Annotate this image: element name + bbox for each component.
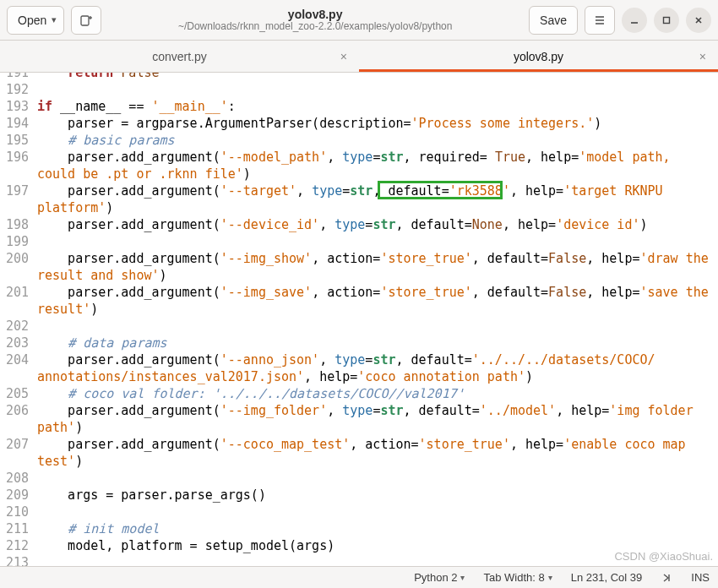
open-button[interactable]: Open ▾ — [7, 6, 64, 35]
line-number: 211 — [0, 520, 37, 537]
status-language-label: Python 2 — [414, 571, 457, 584]
line-number — [0, 166, 37, 182]
code-line[interactable]: parser.add_argument('--target', type=str… — [37, 182, 671, 199]
line-number — [0, 267, 37, 284]
line-number: 201 — [0, 284, 37, 301]
tab-convert[interactable]: convert.py × — [0, 41, 359, 72]
tab-label: yolov8.py — [514, 50, 563, 63]
code-line[interactable]: platform') — [37, 199, 113, 216]
code-line[interactable]: parser.add_argument('--coco_map_test', a… — [37, 436, 694, 453]
tab-bar: convert.py × yolov8.py × — [0, 41, 718, 73]
line-number: 196 — [0, 149, 37, 166]
line-number: 206 — [0, 402, 37, 419]
svg-rect-0 — [81, 16, 89, 25]
status-tabwidth[interactable]: Tab Width: 8 ▾ — [483, 571, 552, 584]
line-number — [0, 453, 37, 470]
line-number: 198 — [0, 216, 37, 233]
code-line[interactable]: path') — [37, 419, 83, 436]
code-line[interactable]: # basic params — [37, 132, 175, 149]
chevron-down-icon: ▾ — [460, 573, 465, 582]
line-number: 210 — [0, 504, 37, 520]
status-insert-mode[interactable]: INS — [691, 571, 710, 584]
line-number: 207 — [0, 436, 37, 453]
code-line[interactable]: # coco val folder: '../../../datasets/CO… — [37, 385, 465, 402]
window-subtitle: ~/Downloads/rknn_model_zoo-2.2.0/example… — [108, 21, 522, 33]
code-line[interactable]: if __name__ == '__main__': — [37, 98, 236, 115]
line-number — [0, 419, 37, 436]
chevron-down-icon: ▾ — [52, 14, 57, 25]
line-number: 191 — [0, 73, 37, 81]
editor[interactable]: 1911921931941951961971981992002012022032… — [0, 73, 718, 566]
code-line[interactable]: model, platform = setup_model(args) — [37, 537, 335, 554]
save-button[interactable]: Save — [529, 6, 578, 35]
line-number: 193 — [0, 98, 37, 115]
line-number: 202 — [0, 318, 37, 335]
line-number — [0, 368, 37, 385]
code-line[interactable]: # init model — [37, 520, 160, 537]
titlebar: Open ▾ yolov8.py ~/Downloads/rknn_model_… — [0, 0, 718, 41]
status-cursor-position[interactable]: Ln 231, Col 39 — [571, 571, 643, 584]
minimize-button[interactable] — [622, 8, 647, 33]
minimize-icon — [629, 15, 639, 25]
tab-close-button[interactable]: × — [340, 50, 347, 63]
line-number: 192 — [0, 81, 37, 98]
code-line[interactable]: parser.add_argument('--img_show', action… — [37, 250, 716, 267]
tab-label: convert.py — [152, 50, 207, 63]
code-line[interactable]: result and show') — [37, 267, 167, 284]
tab-yolov8[interactable]: yolov8.py × — [359, 41, 718, 72]
line-number: 199 — [0, 233, 37, 250]
tab-close-button[interactable]: × — [699, 50, 706, 63]
status-ins-label: INS — [691, 571, 710, 584]
seek-icon — [661, 572, 672, 584]
code-line[interactable]: return False — [37, 73, 160, 81]
chevron-down-icon: ▾ — [548, 573, 552, 582]
code-line[interactable]: parser.add_argument('--img_save', action… — [37, 284, 716, 301]
line-number: 194 — [0, 115, 37, 132]
maximize-button[interactable] — [654, 8, 679, 33]
status-language[interactable]: Python 2 ▾ — [414, 571, 465, 584]
new-tab-icon — [79, 14, 93, 27]
status-bar: Python 2 ▾ Tab Width: 8 ▾ Ln 231, Col 39… — [0, 566, 718, 588]
code-line[interactable]: parser.add_argument('--model_path', type… — [37, 149, 678, 166]
close-window-button[interactable] — [686, 8, 711, 33]
status-pos-label: Ln 231, Col 39 — [571, 571, 643, 584]
line-number: 195 — [0, 132, 37, 149]
hamburger-icon — [593, 14, 606, 27]
line-number: 197 — [0, 182, 37, 199]
line-number: 203 — [0, 335, 37, 351]
code-line[interactable]: parser = argparse.ArgumentParser(descrip… — [37, 115, 601, 132]
code-line[interactable]: test') — [37, 453, 83, 470]
code-line[interactable]: annotations/instances_val2017.json', hel… — [37, 368, 533, 385]
line-number — [0, 199, 37, 216]
code-line[interactable]: could be .pt or .rknn file') — [37, 166, 251, 182]
code-line[interactable]: args = parser.parse_args() — [37, 487, 266, 504]
line-number: 213 — [0, 554, 37, 566]
code-line[interactable]: parser.add_argument('--img_folder', type… — [37, 402, 701, 419]
code-line[interactable]: parser.add_argument('--device_id', type=… — [37, 216, 648, 233]
line-number — [0, 301, 37, 318]
line-number: 204 — [0, 351, 37, 368]
hamburger-menu-button[interactable] — [585, 6, 615, 35]
close-icon — [694, 15, 704, 25]
line-number: 209 — [0, 487, 37, 504]
maximize-icon — [661, 15, 672, 25]
status-seek[interactable] — [661, 572, 672, 584]
window-title: yolov8.py — [108, 8, 522, 21]
save-label: Save — [540, 14, 567, 27]
code-line[interactable]: parser.add_argument('--anno_json', type=… — [37, 351, 655, 368]
line-number: 205 — [0, 385, 37, 402]
code-line[interactable]: # data params — [37, 335, 167, 351]
status-tabwidth-label: Tab Width: 8 — [483, 571, 544, 584]
line-number: 200 — [0, 250, 37, 267]
code-line[interactable]: result') — [37, 301, 98, 318]
line-number: 212 — [0, 537, 37, 554]
new-tab-button[interactable] — [71, 6, 101, 35]
open-label: Open — [18, 14, 46, 27]
svg-rect-7 — [664, 17, 670, 23]
line-number: 208 — [0, 470, 37, 487]
